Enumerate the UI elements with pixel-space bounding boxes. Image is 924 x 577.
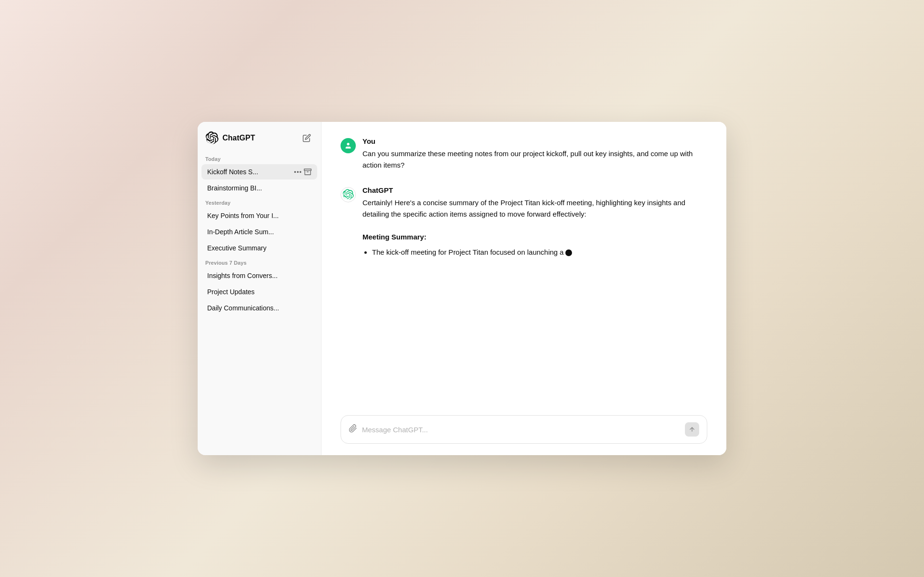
ellipsis-icon: •••	[294, 169, 302, 176]
sidebar: ChatGPT Today Kickoff Notes S... •••	[198, 122, 321, 455]
archive-icon	[304, 168, 311, 176]
chatgpt-logo-icon	[205, 131, 219, 145]
svg-rect-0	[304, 169, 311, 170]
chat-area: You Can you summarize these meeting note…	[321, 122, 726, 409]
sidebar-item-key-points[interactable]: Key Points from Your I...	[201, 208, 317, 223]
sidebar-item-executive-summary[interactable]: Executive Summary	[201, 240, 317, 256]
svg-point-2	[347, 143, 349, 145]
user-message: You Can you summarize these meeting note…	[341, 137, 707, 171]
section-label-previous-7-days: Previous 7 Days	[198, 256, 321, 268]
sidebar-item-insights-convers[interactable]: Insights from Convers...	[201, 268, 317, 283]
sidebar-item-daily-communications[interactable]: Daily Communications...	[201, 300, 317, 316]
message-input[interactable]	[362, 426, 680, 434]
user-message-text: Can you summarize these meeting notes fr…	[362, 148, 707, 171]
meeting-summary-header: Meeting Summary:	[362, 231, 707, 243]
assistant-avatar	[341, 187, 356, 202]
assistant-message-text: Certainly! Here's a concise summary of t…	[362, 197, 707, 258]
meeting-summary-list: The kick-off meeting for Project Titan f…	[362, 247, 707, 258]
sidebar-title: ChatGPT	[222, 134, 255, 142]
attachment-button[interactable]	[349, 424, 357, 435]
sidebar-item-project-updates[interactable]: Project Updates	[201, 284, 317, 299]
app-window: ChatGPT Today Kickoff Notes S... •••	[198, 122, 726, 455]
sidebar-header: ChatGPT	[198, 129, 321, 152]
sidebar-logo-area: ChatGPT	[205, 131, 255, 145]
assistant-message-content: ChatGPT Certainly! Here's a concise summ…	[362, 186, 707, 260]
assistant-message-author: ChatGPT	[362, 186, 707, 194]
sidebar-item-brainstorming-bi[interactable]: Brainstorming BI...	[201, 180, 317, 196]
input-area	[321, 409, 726, 455]
user-message-content: You Can you summarize these meeting note…	[362, 137, 707, 171]
new-chat-button[interactable]	[300, 131, 313, 145]
sidebar-item-in-depth-article[interactable]: In-Depth Article Sum...	[201, 224, 317, 239]
streaming-indicator	[565, 249, 572, 256]
sidebar-item-icons: •••	[294, 168, 311, 176]
bullet-item-1: The kick-off meeting for Project Titan f…	[372, 247, 707, 258]
section-label-yesterday: Yesterday	[198, 196, 321, 208]
user-message-author: You	[362, 137, 707, 145]
assistant-message: ChatGPT Certainly! Here's a concise summ…	[341, 186, 707, 260]
user-avatar	[341, 138, 356, 153]
main-content: You Can you summarize these meeting note…	[321, 122, 726, 455]
message-input-box	[341, 415, 707, 444]
send-button[interactable]	[685, 422, 699, 437]
sidebar-item-kickoff-notes[interactable]: Kickoff Notes S... •••	[201, 164, 317, 179]
section-label-today: Today	[198, 152, 321, 164]
